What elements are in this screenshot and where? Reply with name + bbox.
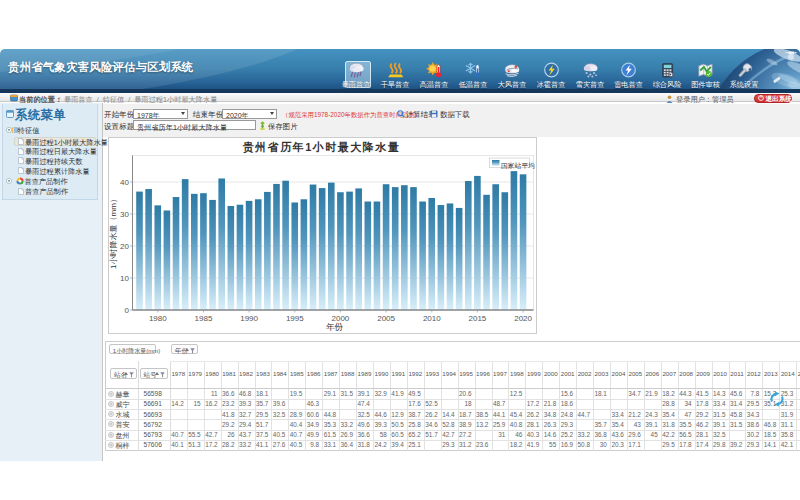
svg-text:10: 10 — [120, 274, 129, 283]
svg-text:2010: 2010 — [422, 314, 440, 323]
svg-text:2005: 2005 — [377, 314, 395, 323]
svg-text:2015: 2015 — [468, 314, 486, 323]
svg-text:1995: 1995 — [285, 314, 303, 323]
svg-text:1小时降水量（mm）: 1小时降水量（mm） — [109, 195, 118, 269]
svg-text:20: 20 — [120, 242, 129, 251]
svg-text:0: 0 — [124, 306, 129, 315]
svg-text:1980: 1980 — [148, 314, 166, 323]
svg-text:40: 40 — [120, 178, 129, 187]
svg-text:2020: 2020 — [514, 314, 532, 323]
svg-text:30: 30 — [120, 210, 129, 219]
svg-text:1985: 1985 — [194, 314, 212, 323]
svg-text:1990: 1990 — [240, 314, 258, 323]
